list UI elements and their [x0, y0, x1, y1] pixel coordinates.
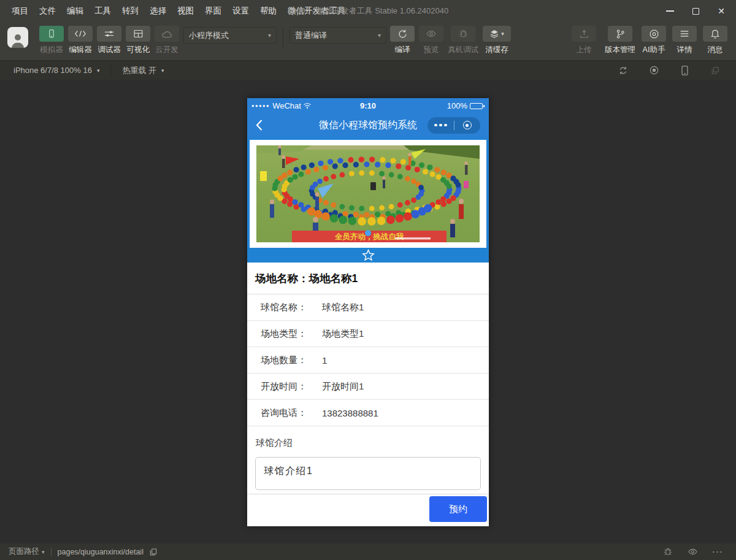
more-icon[interactable] [427, 124, 454, 127]
phone-nav-bar: 微信小程球馆预约系统 [247, 113, 489, 137]
git-branch-icon [615, 29, 626, 39]
more-icon[interactable]: ··· [713, 548, 724, 556]
refresh-icon [397, 29, 408, 39]
cloud-dev-button[interactable]: 云开发 [155, 26, 179, 55]
capsule-menu [427, 117, 480, 134]
menu-item-select[interactable]: 选择 [144, 6, 172, 17]
swiper-pagination-dot [365, 230, 371, 236]
bug-icon[interactable] [663, 547, 673, 556]
compile-mode-select[interactable]: 普通编译 ▾ [289, 27, 386, 44]
field-row-open-time: 开放时间： 开放时间1 [247, 374, 489, 400]
divider [51, 548, 52, 556]
book-button[interactable]: 预约 [429, 496, 487, 522]
venue-photo: 全员齐动，挑战自我 [256, 145, 480, 242]
code-icon [74, 29, 86, 38]
simulator-button[interactable]: 模拟器 [39, 26, 64, 55]
page-path-label[interactable]: 页面路径 [9, 547, 39, 557]
layers-icon [489, 29, 499, 39]
visualize-button[interactable]: 可视化 [126, 26, 150, 55]
menu-item-interface[interactable]: 界面 [199, 6, 227, 17]
venue-name-heading: 场地名称：场地名称1 [247, 263, 489, 294]
clear-cache-button[interactable]: ▾ 清缓存 [483, 26, 511, 55]
intro-textarea[interactable]: 球馆介绍1 [255, 457, 481, 490]
field-row-phone: 咨询电话： 13823888881 [247, 400, 489, 426]
minimize-button[interactable] [666, 10, 674, 12]
maximize-button[interactable] [692, 8, 699, 15]
user-icon [10, 32, 26, 48]
sliders-icon [104, 29, 115, 39]
mode-select[interactable]: 小程序模式 ▾ [183, 27, 277, 44]
message-button[interactable]: 消息 [703, 26, 727, 55]
version-manage-button[interactable]: 版本管理 [605, 26, 635, 55]
star-icon[interactable] [362, 249, 375, 261]
field-row-venue-count: 场地数量： 1 [247, 347, 489, 374]
menu-lines-icon [680, 29, 689, 38]
phone-footer: 预约 [247, 494, 489, 526]
eye-icon[interactable] [688, 548, 698, 556]
field-row-venue-type: 场地类型： 场地类型1 [247, 321, 489, 347]
close-button[interactable]: ✕ [718, 7, 725, 15]
copy-icon[interactable] [149, 548, 158, 556]
intro-label: 球馆介绍 [256, 437, 489, 449]
chevron-down-icon: ▾ [263, 32, 271, 39]
menu-item-help[interactable]: 帮助 [255, 6, 282, 17]
ai-assistant-button[interactable]: AI助手 [642, 26, 666, 55]
battery-percent: 100% [447, 101, 467, 110]
eye-icon [426, 29, 437, 38]
preview-button[interactable]: 预览 [419, 26, 443, 55]
simulator-canvas: ●●●●● WeChat 9:10 100% 微信小程球馆预约系统 [0, 80, 736, 543]
device-debug-button[interactable]: 真机调试 [448, 26, 478, 55]
venue-image-swiper[interactable]: 全员齐动，挑战自我 [247, 137, 489, 248]
ai-icon [649, 29, 659, 39]
chevron-down-icon: ▾ [42, 549, 45, 555]
battery-icon [470, 103, 485, 109]
menu-item-devtools[interactable]: 微信开发者工具 [282, 6, 351, 17]
menu-item-tools[interactable]: 工具 [89, 6, 117, 17]
bottom-status-bar: 页面路径 ▾ pages/qiuguanxinxi/detail ··· [0, 543, 736, 560]
divider [110, 66, 111, 75]
debugger-button[interactable]: 调试器 [97, 26, 121, 55]
chevron-down-icon: ▾ [373, 32, 381, 39]
device-bar: iPhone 6/7/8 100% 16 ▾ 热重载 开 ▾ [0, 60, 736, 80]
phone-icon [46, 28, 57, 39]
menu-item-file[interactable]: 文件 [34, 6, 61, 17]
upload-icon [579, 29, 589, 39]
avatar[interactable] [7, 27, 28, 48]
editor-button[interactable]: 编辑器 [68, 26, 93, 55]
device-phone-icon[interactable] [680, 65, 689, 76]
hot-reload-toggle[interactable]: 热重载 开 ▾ [116, 61, 170, 80]
cascade-windows-icon[interactable] [710, 66, 720, 75]
title-bar: 项目 文件 编辑 工具 转到 选择 视图 界面 设置 帮助 微信开发者工具 ap… [0, 0, 736, 22]
favorite-bar[interactable] [247, 248, 489, 263]
details-button[interactable]: 详情 [672, 26, 697, 55]
menu-item-view[interactable]: 视图 [172, 6, 199, 17]
toolbar: 模拟器 编辑器 调试器 可视化 云开发 小程序模式 ▾ 普通编译 ▾ 编译 预览… [0, 22, 736, 60]
page-path-value: pages/qiuguanxinxi/detail [58, 548, 144, 556]
chevron-down-icon: ▾ [97, 67, 100, 74]
chevron-down-icon: ▾ [161, 67, 164, 74]
chevron-down-icon: ▾ [501, 31, 504, 37]
phone-status-bar: ●●●●● WeChat 9:10 100% [247, 98, 489, 113]
bug-icon [458, 29, 469, 39]
rotate-icon[interactable] [618, 66, 628, 75]
menu-item-goto[interactable]: 转到 [117, 6, 144, 17]
menu-item-edit[interactable]: 编辑 [61, 6, 89, 17]
exit-target-icon[interactable] [454, 121, 481, 129]
record-stop-icon[interactable] [649, 65, 659, 75]
compile-button[interactable]: 编译 [390, 26, 415, 55]
device-select[interactable]: iPhone 6/7/8 100% 16 ▾ [7, 61, 105, 80]
divider [283, 28, 283, 47]
upload-button[interactable]: 上传 [572, 26, 596, 55]
cloud-icon [161, 29, 173, 39]
phone-simulator: ●●●●● WeChat 9:10 100% 微信小程球馆预约系统 [247, 98, 489, 526]
layout-icon [133, 29, 144, 39]
menu-item-project[interactable]: 项目 [6, 6, 34, 17]
menu-item-settings[interactable]: 设置 [227, 6, 255, 17]
bell-icon [710, 29, 720, 39]
field-row-hall-name: 球馆名称： 球馆名称1 [247, 294, 489, 321]
